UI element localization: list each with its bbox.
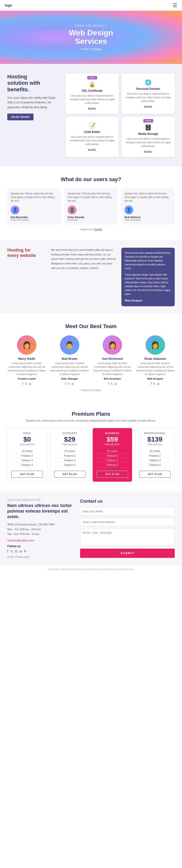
instagram-icon-3[interactable]: ◎ <box>114 382 117 385</box>
footer-address: 3045 10 Sunrise Avenue, 123-456-7890 Mon… <box>7 522 75 536</box>
twitter-icon-2[interactable]: 𝕏 <box>68 382 70 385</box>
testimonials-heading: What do our users say? <box>7 176 175 183</box>
team-credit-link[interactable]: Freepik <box>93 389 101 392</box>
footer-right: Contact us SUBMIT <box>80 499 175 559</box>
hosting-every-middle: We also know that pros and newbies alike… <box>51 248 116 270</box>
plan-professional: PROFESSIONAL $139 PER MONTH 15 Users Fea… <box>135 428 175 482</box>
plan-free-button[interactable]: GET PLAN <box>11 471 43 478</box>
contact-message-input[interactable] <box>80 529 175 546</box>
facebook-icon-4[interactable]: f <box>151 382 152 385</box>
editor-title: Code Editor <box>69 130 115 134</box>
team-member-4-avatar: 👩 <box>146 335 165 355</box>
domain-more-button[interactable]: MORE <box>144 105 152 108</box>
team-member-3-desc: Lorem ipsum dolor sit amet, consectetur … <box>93 362 132 376</box>
read-more-button[interactable]: READ MORE <box>7 114 33 120</box>
plans-heading: Premium Plans <box>7 411 175 417</box>
footer-google-icon[interactable]: G <box>15 549 18 553</box>
plans-subtitle: Sample text. Lorem ipsum dolor sit amet,… <box>7 419 175 422</box>
plan-free-name: FREE <box>11 432 43 435</box>
facebook-icon-2[interactable]: f <box>65 382 66 385</box>
ssl-more-button[interactable]: MORE <box>88 107 96 110</box>
team-member-1: 👩 Marry Smith Lorem ipsum dolor sit amet… <box>7 335 46 385</box>
instagram-icon-2[interactable]: ◎ <box>71 382 74 385</box>
footer-facebook-icon[interactable]: f <box>7 549 8 553</box>
plan-professional-button[interactable]: GET PLAN <box>139 471 171 478</box>
hero-title: Web DesignServices <box>69 29 113 45</box>
feature-card-editor: 📝 Code Editor Duis aute irure dolor in r… <box>66 117 119 157</box>
plan-standard-features: 15 Users Feature 2 Feature 3 Feature 4 <box>54 449 86 467</box>
footer-section: JOIN OUR NEWSLETTER Nam ultrices ultrice… <box>0 492 182 566</box>
testimonial-1-name: Nat Reynolds <box>11 216 57 219</box>
domain-description: Duis aute irure dolor in reprehenderit i… <box>125 92 171 103</box>
plans-section: Premium Plans Sample text. Lorem ipsum d… <box>0 401 182 492</box>
plan-standard-button[interactable]: GET PLAN <box>54 471 86 478</box>
hosting-description: Turn your ideas into reality with Static… <box>7 96 61 110</box>
footer-pinterest-icon[interactable]: P <box>24 549 26 553</box>
testimonial-3-text: Sample text. Click to select the text bo… <box>125 192 171 203</box>
plan-free-features: 15 Users Feature 2 Feature 3 Feature 4 <box>11 449 43 467</box>
footer-email[interactable]: contacts@csbnyc.com <box>7 539 34 542</box>
team-member-3-avatar: 👩 <box>103 335 122 355</box>
domain-title: Personal Domain <box>125 87 171 91</box>
team-member-4-social: f 𝕏 ◎ <box>136 382 175 385</box>
twitter-icon-4[interactable]: 𝕏 <box>153 382 156 385</box>
team-section: Meet Our Best Team 👩 Marry Smith Lorem i… <box>0 314 182 401</box>
instagram-icon[interactable]: ◎ <box>29 382 31 385</box>
newsletter-label: JOIN OUR NEWSLETTER <box>7 499 75 501</box>
editor-icon: 📝 <box>69 123 115 129</box>
team-member-3-role: Web Developer <box>93 377 132 380</box>
hosting-every-right-text2: Turpis egestas integer eget aliquet nibh… <box>125 273 171 296</box>
team-member-3-name: Ann Richmond <box>93 357 132 361</box>
team-member-2: 👨 Bob Brown Lorem ipsum dolor sit amet, … <box>50 335 89 385</box>
editor-description: Duis aute irure dolor in reprehenderit i… <box>69 135 115 146</box>
team-member-1-social: f 𝕏 ◎ <box>7 382 46 385</box>
feature-card-domain: 🌐 Personal Domain Duis aute irure dolor … <box>122 73 175 114</box>
plan-free-price: $0 <box>11 436 43 443</box>
storage-more-button[interactable]: MORE <box>144 151 152 153</box>
testimonial-3-name: Bob Roberts <box>125 216 171 219</box>
hero-subtitle: CREATIVE AGENCY <box>69 24 113 27</box>
team-member-1-avatar: 👩 <box>17 335 36 355</box>
facebook-icon[interactable]: f <box>23 382 23 385</box>
facebook-icon-3[interactable]: f <box>108 382 109 385</box>
testimonials-credit-link[interactable]: Freepik <box>94 228 102 231</box>
plan-professional-price: $139 <box>139 436 171 443</box>
plan-standard-price: $29 <box>54 436 86 443</box>
testimonial-1-role: Chief Accountant <box>11 219 57 221</box>
testimonial-1-avatar: 👤 <box>11 206 19 214</box>
team-member-1-desc: Lorem ipsum dolor sit amet, consectetur … <box>7 362 46 376</box>
twitter-icon[interactable]: 𝕏 <box>25 382 27 385</box>
plan-business-price: $59 <box>97 436 128 443</box>
instagram-icon-4[interactable]: ◎ <box>157 382 159 385</box>
hero-credit: Image by Freepik <box>69 48 113 50</box>
hosting-every-right-text: Sed pulvinar proin gravida hendrerit lec… <box>125 251 171 271</box>
testimonial-2-avatar: 👤 <box>68 206 76 214</box>
hosting-every-heading: Hosting forevery website <box>7 248 46 258</box>
team-member-4-role: Web Designer <box>136 377 175 380</box>
hosting-section: Hostingsolution withbenefits. Turn your … <box>0 64 182 166</box>
feature-card-storage: FREE 🗄️ Media Storage Duis aute irure do… <box>122 117 175 157</box>
twitter-icon-3[interactable]: 𝕏 <box>110 382 113 385</box>
storage-description: Duis aute irure dolor in reprehenderit i… <box>125 137 171 148</box>
team-member-2-role: Sales Manager <box>50 377 89 380</box>
newsletter-heading: Nam ultrices ultrices nec tortor pulvina… <box>7 503 75 520</box>
plan-standard-name: STANDART <box>54 432 86 435</box>
footer-linkedin-icon[interactable]: in <box>19 549 22 553</box>
ssl-title: SSL Certificate <box>69 89 115 92</box>
contact-name-input[interactable] <box>80 507 175 516</box>
contact-email-input[interactable] <box>80 518 175 526</box>
feature-card-ssl: FREE 🔒 SSL Certificate Duis aute irure d… <box>66 73 119 114</box>
follow-label: Follow us <box>7 545 75 548</box>
contact-heading: Contact us <box>80 499 175 504</box>
submit-button[interactable]: SUBMIT <box>80 549 175 558</box>
footer-twitter-icon[interactable]: 𝕏 <box>10 549 13 553</box>
plan-business-button[interactable]: GET PLAN <box>97 471 128 478</box>
storage-badge: FREE <box>143 119 153 123</box>
testimonials-credit: Images from Freepik <box>7 228 175 231</box>
team-member-1-role: Creative Leader <box>7 377 46 380</box>
menu-icon[interactable]: ☰ <box>173 2 177 8</box>
testimonial-2-name: Celia Almeda <box>68 216 114 219</box>
editor-more-button[interactable]: MORE <box>88 149 96 151</box>
hero-credit-link[interactable]: Freepik <box>93 48 101 50</box>
hosting-every-role: Web Designer <box>125 299 171 303</box>
